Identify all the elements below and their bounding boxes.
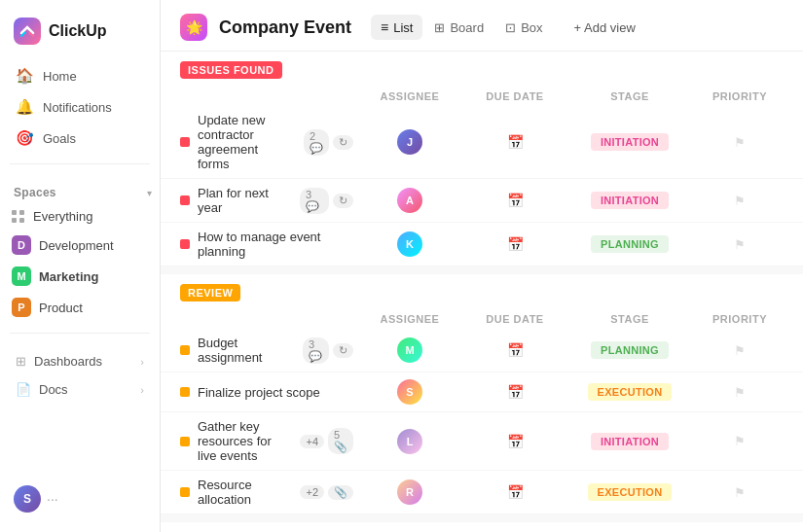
assignee-cell: M [361,337,458,363]
avatar: M [397,337,422,363]
add-view-button[interactable]: + Add view [565,16,645,40]
calendar-icon: 📅 [507,134,524,150]
goals-icon: 🎯 [16,129,33,147]
sidebar-item-dashboards[interactable]: ⊞ Dashboards › [8,347,152,375]
sidebar-item-marketing[interactable]: M Marketing [4,261,156,292]
task-dot-red [180,137,190,147]
section-review: REVIEW ASSIGNEE DUE DATE STAGE PRIORITY … [161,274,803,514]
task-list-content: ISSUES FOUND ASSIGNEE DUE DATE STAGE PRI… [161,52,803,532]
spaces-label: Spaces [14,186,56,199]
table-row: Budget assignment 3 💬 ↻ M 📅 PLANNING ⚑ [161,329,803,372]
stage-badge: EXECUTION [588,483,673,501]
col-stage-0: STAGE [571,90,688,102]
calendar-icon: 📅 [507,193,524,208]
section-divider [161,266,803,274]
flag-icon: ⚑ [734,237,746,252]
dashboards-arrow: › [140,356,144,368]
calendar-icon: 📅 [507,434,524,449]
task-dot-red [180,195,190,205]
assignee-cell: L [361,429,458,454]
app-logo-text: ClickUp [49,22,107,40]
task-dot-orange [180,345,190,355]
table-row: Resource allocation +2 📎 R 📅 EXECUTION ⚑ [161,471,803,514]
tab-board[interactable]: ⊞ Board [424,16,493,40]
calendar-icon: 📅 [507,342,524,358]
tab-box[interactable]: ⊡ Box [495,16,552,40]
sidebar-item-docs[interactable]: 📄 Docs › [8,375,152,404]
priority-cell: ⚑ [696,434,784,448]
flag-icon: ⚑ [734,385,746,400]
sidebar-divider [10,163,150,164]
stage-cell: INITIATION [571,433,688,450]
stage-badge: INITIATION [591,133,669,151]
review-badge: REVIEW [180,284,240,301]
avatar: A [397,188,422,213]
everything-label: Everything [33,209,92,224]
assignee-cell: J [361,129,458,155]
user-avatar-area[interactable]: S ··· [0,478,160,520]
flag-icon: ⚑ [734,194,746,208]
col-duedate-1: DUE DATE [466,313,564,325]
due-date-cell: 📅 [466,236,564,252]
task-meta: 2 💬 ↻ [304,129,353,156]
stage-cell: PLANNING [571,235,688,253]
due-date-cell: 📅 [466,134,564,150]
task-name: Gather key resources for live events [198,419,288,463]
logo-area: ClickUp [0,12,160,60]
review-columns: ASSIGNEE DUE DATE STAGE PRIORITY [161,309,803,329]
product-label: Product [39,301,83,315]
logo-icon [14,18,41,45]
priority-cell: ⚑ [696,385,784,400]
spaces-section-header: Spaces ▾ [0,174,160,203]
task-meta: +4 5 📎 [300,428,353,454]
task-dot-orange [180,487,190,497]
flag-icon: ⚑ [734,135,746,150]
box-tab-label: Box [521,20,542,35]
task-meta: +2 📎 [300,485,353,500]
table-row: How to manage event planning K 📅 PLANNIN… [161,223,803,266]
avatar[interactable]: S [14,485,41,513]
col-stage-1: STAGE [571,313,688,325]
task-dot-red [180,239,190,249]
task-name-cell: Resource allocation +2 📎 [180,478,353,507]
sidebar-item-home[interactable]: 🏠 Home [8,60,152,91]
task-name: Update new contractor agreement forms [198,113,292,171]
task-meta: 3 💬 ↻ [300,188,353,214]
tab-list[interactable]: ≡ List [371,15,422,40]
sidebar-item-development[interactable]: D Development [4,230,156,261]
avatar: K [397,231,422,257]
sidebar-item-goals[interactable]: 🎯 Goals [8,123,152,154]
main-header: 🌟 Company Event ≡ List ⊞ Board ⊡ Box + A… [161,0,803,52]
comment-count: 3 💬 [303,337,329,364]
task-name-cell: How to manage event planning [180,230,353,259]
task-name-cell: Gather key resources for live events +4 … [180,419,353,463]
ready-header: READY [161,522,803,532]
view-tabs: ≡ List ⊞ Board ⊡ Box [371,15,553,40]
review-header: REVIEW [161,274,803,309]
sidebar-item-notifications[interactable]: 🔔 Notifications [8,91,152,123]
sidebar-item-notifications-label: Notifications [43,100,112,115]
box-tab-icon: ⊡ [505,20,516,35]
task-name-cell: Plan for next year 3 💬 ↻ [180,186,353,215]
main-content: 🌟 Company Event ≡ List ⊞ Board ⊡ Box + A… [161,0,803,532]
col-duedate-0: DUE DATE [466,90,564,102]
calendar-icon: 📅 [507,484,524,500]
avatar: L [397,429,422,454]
product-badge: P [12,298,31,317]
section-ready: READY ASSIGNEE DUE DATE STAGE PRIORITY N… [161,522,803,532]
issues-found-header: ISSUES FOUND [161,52,803,87]
development-badge: D [12,235,31,255]
assignee-cell: S [361,379,458,405]
sidebar-item-everything[interactable]: Everything [4,203,156,230]
stage-cell: EXECUTION [571,483,688,501]
docs-arrow: › [140,384,144,396]
stage-badge: PLANNING [591,341,669,359]
task-name: Resource allocation [198,478,288,507]
task-dot-orange [180,387,190,397]
repeat-icon: ↻ [333,194,353,208]
section-divider-2 [161,514,803,522]
sidebar-item-product[interactable]: P Product [4,292,156,323]
task-name-cell: Update new contractor agreement forms 2 … [180,113,353,171]
sidebar-item-home-label: Home [43,69,77,84]
due-date-cell: 📅 [466,434,564,449]
